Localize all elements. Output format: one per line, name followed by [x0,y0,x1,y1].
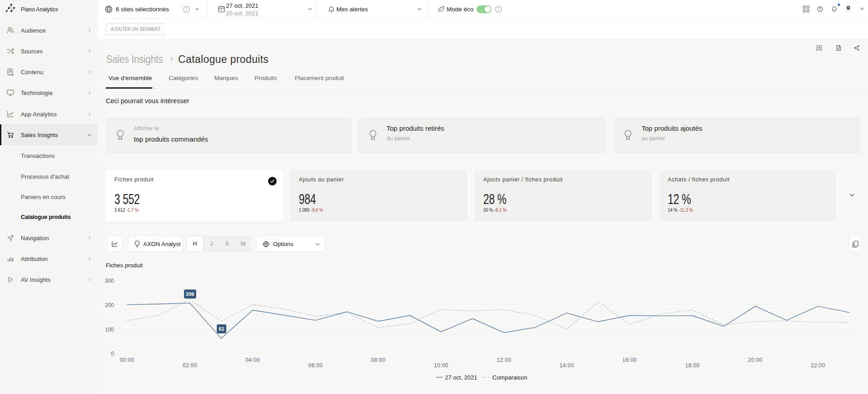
svg-text:300: 300 [105,278,114,284]
svg-text:0: 0 [111,351,114,357]
svg-text:18:00: 18:00 [685,362,700,369]
svg-text:16:00: 16:00 [623,357,637,363]
svg-text:14:00: 14:00 [560,362,574,369]
svg-text:12:00: 12:00 [497,357,511,363]
svg-text:04:00: 04:00 [245,357,260,363]
svg-text:02:00: 02:00 [183,362,197,369]
svg-text:27 oct. 2021: 27 oct. 2021 [445,374,477,381]
svg-text:206: 206 [186,291,194,297]
svg-text:Fiches produit: Fiches produit [106,262,143,269]
svg-text:08:00: 08:00 [371,357,386,363]
svg-text:200: 200 [105,302,114,309]
svg-text:100: 100 [105,327,114,333]
svg-text:61: 61 [219,326,224,332]
svg-text:00:00: 00:00 [120,357,134,363]
svg-text:22:00: 22:00 [811,362,825,369]
svg-text:20:00: 20:00 [748,357,763,363]
svg-text:Comparaison: Comparaison [492,374,527,381]
svg-text:10:00: 10:00 [434,362,448,369]
svg-text:06:00: 06:00 [308,362,323,369]
